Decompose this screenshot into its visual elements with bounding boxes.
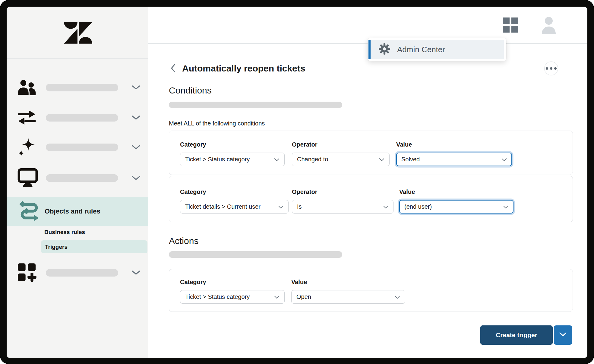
- value-select[interactable]: Open: [291, 290, 405, 304]
- category-select[interactable]: Ticket > Status category: [180, 290, 285, 304]
- operator-select[interactable]: Changed to: [292, 153, 390, 166]
- value-label: Value: [396, 141, 512, 148]
- sidebar: Objects and rules Business rules Trigger…: [7, 7, 148, 358]
- zendesk-logo-icon: [64, 22, 92, 44]
- sidebar-item-apps[interactable]: [17, 261, 142, 284]
- chevron-down-icon: [379, 156, 384, 163]
- conditions-subheading: Meet ALL of the following conditions: [169, 120, 265, 127]
- chevron-down-icon: [274, 293, 280, 300]
- app-grid-button[interactable]: [503, 17, 518, 33]
- admin-center-popup: Admin Center: [368, 38, 506, 61]
- chevron-down-icon: [501, 156, 507, 163]
- back-button[interactable]: [170, 64, 178, 74]
- chevron-down-icon: [131, 145, 141, 150]
- gear-icon: [379, 43, 390, 56]
- chevron-down-icon: [503, 203, 508, 210]
- grid-plus-icon: [17, 263, 46, 282]
- operator-label: Operator: [292, 141, 390, 148]
- sidebar-item-monitor[interactable]: [17, 166, 142, 189]
- arrows-icon: [17, 109, 46, 126]
- operator-select[interactable]: Is: [292, 200, 393, 214]
- sidebar-item-label: Objects and rules: [45, 207, 100, 215]
- chevron-down-icon: [395, 293, 400, 300]
- main-area: Admin Center Automatically reopen ticket…: [148, 7, 587, 358]
- app-grid-icon: [503, 28, 518, 33]
- sparkle-icon: [17, 137, 46, 157]
- objects-rules-icon: [19, 200, 40, 223]
- value-select[interactable]: (end user): [399, 200, 513, 214]
- chevron-down-icon: [131, 270, 141, 275]
- condition-card-2: Category Ticket details > Current user O…: [169, 176, 573, 222]
- sidebar-subsection-business-rules: Business rules: [44, 229, 85, 236]
- sidebar-item-triggers[interactable]: Triggers: [41, 240, 147, 253]
- nav-placeholder-bar: [46, 269, 118, 277]
- chevron-down-icon: [274, 156, 280, 163]
- sidebar-item-label: Triggers: [45, 244, 68, 250]
- chevron-down-icon: [131, 176, 141, 181]
- chevron-down-icon: [131, 85, 141, 90]
- actions-heading: Actions: [169, 236, 198, 246]
- back-chevron-icon: [170, 63, 176, 74]
- category-label: Category: [180, 188, 289, 195]
- people-icon: [17, 80, 46, 95]
- operator-label: Operator: [292, 188, 393, 195]
- category-label: Category: [180, 141, 285, 148]
- value-label: Value: [399, 188, 513, 195]
- create-trigger-dropdown-button[interactable]: [554, 325, 572, 345]
- actions-placeholder-bar: [169, 251, 342, 258]
- user-avatar[interactable]: [541, 17, 557, 34]
- category-select[interactable]: Ticket > Status category: [180, 153, 285, 166]
- category-label: Category: [180, 279, 285, 286]
- app-window: Objects and rules Business rules Trigger…: [7, 7, 587, 358]
- sidebar-divider: [7, 58, 148, 59]
- condition-card-1: Category Ticket > Status category Operat…: [169, 131, 573, 175]
- create-trigger-split-button: Create trigger: [480, 325, 572, 345]
- action-card-1: Category Ticket > Status category Value …: [169, 269, 573, 312]
- chevron-down-icon: [278, 203, 283, 210]
- nav-placeholder-bar: [46, 84, 118, 91]
- category-select[interactable]: Ticket details > Current user: [180, 200, 289, 214]
- conditions-heading: Conditions: [169, 85, 212, 96]
- conditions-placeholder-bar: [169, 102, 342, 108]
- screenshot-frame: Objects and rules Business rules Trigger…: [0, 0, 594, 364]
- sidebar-item-sparkle[interactable]: [17, 136, 142, 159]
- options-menu-button[interactable]: [544, 62, 558, 75]
- chevron-down-icon: [383, 203, 388, 210]
- monitor-icon: [17, 168, 46, 188]
- nav-placeholder-bar: [46, 174, 118, 182]
- sidebar-item-people[interactable]: [17, 76, 142, 99]
- nav-placeholder-bar: [46, 144, 118, 151]
- admin-center-menu-item[interactable]: Admin Center: [368, 40, 504, 59]
- nav-placeholder-bar: [46, 114, 118, 122]
- create-trigger-button[interactable]: Create trigger: [480, 325, 553, 345]
- sidebar-item-objects-and-rules[interactable]: Objects and rules: [7, 197, 148, 226]
- admin-center-label: Admin Center: [397, 45, 445, 54]
- value-label: Value: [291, 279, 405, 286]
- chevron-down-icon: [131, 115, 141, 120]
- sidebar-item-arrows[interactable]: [17, 106, 142, 129]
- page-title: Automatically reopen tickets: [182, 63, 305, 74]
- chevron-down-icon: [559, 332, 567, 338]
- ellipsis-icon: [546, 67, 548, 70]
- value-select[interactable]: Solved: [396, 153, 512, 166]
